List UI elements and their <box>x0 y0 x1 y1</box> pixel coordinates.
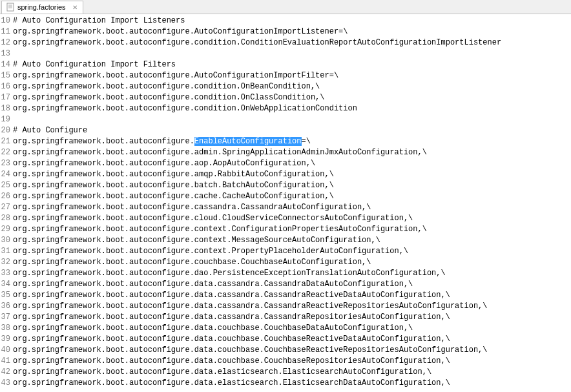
code-text: org.springframework.boot.autoconfigure.d… <box>13 334 450 345</box>
code-text: org.springframework.boot.autoconfigure.a… <box>13 169 334 180</box>
code-line[interactable]: 10# Auto Configuration Import Listeners <box>0 15 501 26</box>
code-line[interactable]: 34org.springframework.boot.autoconfigure… <box>0 279 501 290</box>
code-line[interactable]: 13 <box>0 48 501 59</box>
code-line[interactable]: 33org.springframework.boot.autoconfigure… <box>0 268 501 279</box>
line-number: 42 <box>0 367 13 378</box>
code-line[interactable]: 29org.springframework.boot.autoconfigure… <box>0 224 501 235</box>
code-line[interactable]: 19 <box>0 114 501 125</box>
code-line[interactable]: 27org.springframework.boot.autoconfigure… <box>0 202 501 213</box>
line-number: 41 <box>0 356 13 367</box>
code-line[interactable]: 24org.springframework.boot.autoconfigure… <box>0 169 501 180</box>
code-text: org.springframework.boot.autoconfigure.d… <box>13 301 488 312</box>
line-number: 21 <box>0 136 13 147</box>
file-icon <box>6 3 15 12</box>
code-line[interactable]: 30org.springframework.boot.autoconfigure… <box>0 235 501 246</box>
line-number: 28 <box>0 213 13 224</box>
line-number: 33 <box>0 268 13 279</box>
code-text: org.springframework.boot.autoconfigure.c… <box>13 257 371 268</box>
line-number: 40 <box>0 345 13 356</box>
code-text: org.springframework.boot.autoconfigure.d… <box>13 279 413 290</box>
code-text: org.springframework.boot.autoconfigure.c… <box>13 103 357 114</box>
code-line[interactable]: 35org.springframework.boot.autoconfigure… <box>0 290 501 301</box>
code-line[interactable]: 39org.springframework.boot.autoconfigure… <box>0 334 501 345</box>
line-number: 18 <box>0 103 13 114</box>
line-number: 13 <box>0 48 13 59</box>
code-line[interactable]: 43org.springframework.boot.autoconfigure… <box>0 378 501 389</box>
code-text: org.springframework.boot.autoconfigure.A… <box>13 26 348 37</box>
code-text: org.springframework.boot.autoconfigure.d… <box>13 367 431 378</box>
code-text: org.springframework.boot.autoconfigure.c… <box>13 202 371 213</box>
code-text: org.springframework.boot.autoconfigure.d… <box>13 323 413 334</box>
line-number: 29 <box>0 224 13 235</box>
code-line[interactable]: 21org.springframework.boot.autoconfigure… <box>0 136 501 147</box>
line-number: 35 <box>0 290 13 301</box>
code-line[interactable]: 12org.springframework.boot.autoconfigure… <box>0 37 501 48</box>
code-line[interactable]: 18org.springframework.boot.autoconfigure… <box>0 103 501 114</box>
line-number: 15 <box>0 70 13 81</box>
line-number: 39 <box>0 334 13 345</box>
code-line[interactable]: 42org.springframework.boot.autoconfigure… <box>0 367 501 378</box>
code-line[interactable]: 25org.springframework.boot.autoconfigure… <box>0 180 501 191</box>
code-text: org.springframework.boot.autoconfigure.c… <box>13 224 427 235</box>
code-line[interactable]: 32org.springframework.boot.autoconfigure… <box>0 257 501 268</box>
close-icon[interactable]: ✕ <box>71 3 79 11</box>
line-number: 32 <box>0 257 13 268</box>
tab-bar: spring.factories ✕ <box>0 0 571 14</box>
code-text: org.springframework.boot.autoconfigure.d… <box>13 378 450 389</box>
line-number: 20 <box>0 125 13 136</box>
code-line[interactable]: 15org.springframework.boot.autoconfigure… <box>0 70 501 81</box>
code-text: # Auto Configuration Import Filters <box>13 59 176 70</box>
code-line[interactable]: 23org.springframework.boot.autoconfigure… <box>0 158 501 169</box>
code-line[interactable]: 26org.springframework.boot.autoconfigure… <box>0 191 501 202</box>
code-text: org.springframework.boot.autoconfigure.A… <box>13 70 338 81</box>
code-line[interactable]: 31org.springframework.boot.autoconfigure… <box>0 246 501 257</box>
line-number: 19 <box>0 114 13 125</box>
code-line[interactable]: 16org.springframework.boot.autoconfigure… <box>0 81 501 92</box>
code-line[interactable]: 22org.springframework.boot.autoconfigure… <box>0 147 501 158</box>
code-editor[interactable]: 10# Auto Configuration Import Listeners1… <box>0 14 571 389</box>
editor-tab[interactable]: spring.factories ✕ <box>1 1 83 14</box>
line-number: 30 <box>0 235 13 246</box>
code-line[interactable]: 36org.springframework.boot.autoconfigure… <box>0 301 501 312</box>
svg-rect-0 <box>7 3 14 11</box>
code-text: org.springframework.boot.autoconfigure.d… <box>13 345 488 356</box>
line-number: 38 <box>0 323 13 334</box>
code-text: org.springframework.boot.autoconfigure.c… <box>13 81 320 92</box>
code-text: org.springframework.boot.autoconfigure.a… <box>13 158 315 169</box>
line-number: 12 <box>0 37 13 48</box>
highlighted-selection: EnableAutoConfiguration <box>194 137 302 146</box>
code-text: org.springframework.boot.autoconfigure.d… <box>13 290 450 301</box>
code-text: org.springframework.boot.autoconfigure.c… <box>13 235 380 246</box>
code-text: org.springframework.boot.autoconfigure.b… <box>13 180 334 191</box>
code-line[interactable]: 38org.springframework.boot.autoconfigure… <box>0 323 501 334</box>
code-text: # Auto Configure <box>13 125 87 136</box>
line-number: 11 <box>0 26 13 37</box>
code-text: org.springframework.boot.autoconfigure.c… <box>13 213 413 224</box>
code-text: org.springframework.boot.autoconfigure.c… <box>13 37 501 48</box>
line-number: 10 <box>0 15 13 26</box>
line-number: 34 <box>0 279 13 290</box>
line-number: 37 <box>0 312 13 323</box>
code-line[interactable]: 41org.springframework.boot.autoconfigure… <box>0 356 501 367</box>
code-line[interactable]: 37org.springframework.boot.autoconfigure… <box>0 312 501 323</box>
code-line[interactable]: 40org.springframework.boot.autoconfigure… <box>0 345 501 356</box>
code-text: org.springframework.boot.autoconfigure.E… <box>13 136 311 147</box>
line-number: 14 <box>0 59 13 70</box>
code-text: org.springframework.boot.autoconfigure.d… <box>13 312 450 323</box>
line-number: 27 <box>0 202 13 213</box>
code-line[interactable]: 11org.springframework.boot.autoconfigure… <box>0 26 501 37</box>
code-text: org.springframework.boot.autoconfigure.d… <box>13 268 446 279</box>
line-number: 36 <box>0 301 13 312</box>
line-number: 16 <box>0 81 13 92</box>
line-number: 26 <box>0 191 13 202</box>
line-number: 43 <box>0 378 13 389</box>
code-text: org.springframework.boot.autoconfigure.c… <box>13 92 324 103</box>
line-number: 25 <box>0 180 13 191</box>
code-line[interactable]: 28org.springframework.boot.autoconfigure… <box>0 213 501 224</box>
code-text: org.springframework.boot.autoconfigure.d… <box>13 356 450 367</box>
code-text: org.springframework.boot.autoconfigure.a… <box>13 147 427 158</box>
line-number: 31 <box>0 246 13 257</box>
code-line[interactable]: 14# Auto Configuration Import Filters <box>0 59 501 70</box>
code-line[interactable]: 17org.springframework.boot.autoconfigure… <box>0 92 501 103</box>
code-line[interactable]: 20# Auto Configure <box>0 125 501 136</box>
